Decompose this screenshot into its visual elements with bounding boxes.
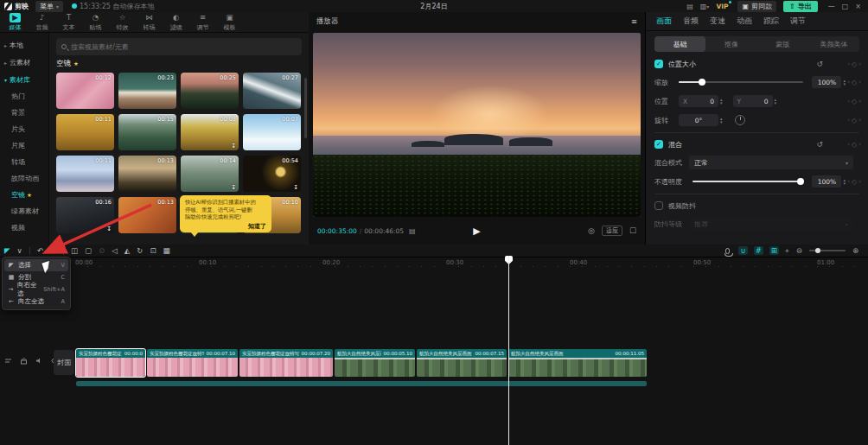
timeline-zoom-in-icon[interactable]: ⊕: [852, 246, 858, 255]
context-menu-item-选择[interactable]: ◤选择V: [4, 259, 68, 271]
export-button[interactable]: ⇧导出: [783, 1, 818, 12]
position-y-field[interactable]: Y0: [733, 95, 773, 107]
mirror-button[interactable]: ◭: [124, 245, 131, 257]
video-preview[interactable]: [313, 33, 641, 217]
checkbox-checked-icon[interactable]: ✓: [654, 60, 663, 68]
inspector-subtab-蒙版[interactable]: 蒙版: [757, 36, 808, 52]
select-tool-dropdown[interactable]: ∨: [17, 245, 22, 257]
sidebar-item-视频[interactable]: 视频: [0, 219, 48, 236]
stepper[interactable]: ▴▾: [843, 178, 846, 186]
rotate-field[interactable]: 0°: [679, 114, 718, 126]
stepper[interactable]: ▴▾: [843, 79, 846, 86]
inspector-tab-动画[interactable]: 动画: [737, 16, 752, 27]
inspector-tab-画面[interactable]: 画面: [656, 16, 672, 27]
timeline-clip[interactable]: 实景拍摄粉色樱花绽放特写00:00:07.10: [147, 349, 238, 377]
preview-axis-toggle[interactable]: ⌖: [785, 246, 789, 256]
got-it-button[interactable]: 知道了: [185, 223, 266, 231]
timeline-clip[interactable]: 航拍大自然绝美风景画面00:00:11.05: [508, 349, 647, 377]
inspector-subtab-基础[interactable]: 基础: [654, 36, 705, 52]
freeze-frame-button[interactable]: ⊙: [99, 245, 105, 257]
library-thumb[interactable]: 00:08↧: [181, 114, 239, 150]
opacity-value[interactable]: 100%: [812, 175, 841, 188]
linkage-toggle[interactable]: ⊞: [769, 246, 779, 255]
timeline-zoom-out-icon[interactable]: ⊖: [796, 246, 802, 255]
download-icon[interactable]: ↧: [231, 143, 236, 149]
scale-slider[interactable]: [679, 81, 803, 83]
scrollbar[interactable]: [304, 78, 307, 138]
cut-same-button[interactable]: ▣剪同款: [737, 1, 776, 12]
collapsed-track[interactable]: [76, 381, 647, 386]
play-button[interactable]: ▶: [473, 226, 480, 237]
sidebar-group-本地[interactable]: ▸本地: [0, 36, 48, 54]
timeline-ruler[interactable]: 00:0000:1000:2000:3000:4000:5001:00: [0, 257, 868, 269]
maximize-button[interactable]: □: [842, 3, 849, 10]
player-menu-icon[interactable]: ≡: [631, 17, 637, 26]
reset-icon[interactable]: ↺: [816, 140, 823, 149]
checkbox-unchecked-icon[interactable]: [654, 201, 663, 210]
magnet-toggle[interactable]: ∪: [738, 246, 747, 255]
ribbon-tab-模板[interactable]: ▣模板: [216, 13, 243, 32]
record-audio-icon[interactable]: [725, 248, 730, 254]
auto-snap-toggle[interactable]: #: [754, 246, 763, 255]
sidebar-item-故障动画[interactable]: 故障动画: [0, 170, 48, 187]
ribbon-tab-滤镜[interactable]: ◐滤镜: [163, 13, 189, 32]
search-input[interactable]: 搜索视频素材/元素: [56, 38, 302, 55]
library-thumb[interactable]: 00:07: [243, 114, 301, 150]
reset-icon[interactable]: ↺: [816, 60, 823, 68]
menu-button[interactable]: 菜单▾: [35, 1, 63, 12]
ribbon-tab-调节[interactable]: ≡调节: [189, 13, 216, 32]
keyframe-controls[interactable]: ‹◇›: [847, 98, 861, 105]
inspector-tab-调节[interactable]: 调节: [790, 16, 806, 27]
timeline-zoom-slider[interactable]: [809, 250, 846, 251]
split-button[interactable]: ◫: [71, 245, 78, 257]
timeline-clip[interactable]: 实景拍摄粉色樱花绽放特写00:00:07.20: [239, 349, 333, 377]
keyframe-controls[interactable]: ‹◇›: [847, 60, 861, 68]
fit-select[interactable]: 适应: [602, 226, 622, 236]
inspector-subtab-美颜美体[interactable]: 美颜美体: [808, 36, 859, 52]
library-thumb[interactable]: 00:13: [118, 156, 176, 192]
library-thumb[interactable]: 00:13: [118, 197, 176, 233]
workspace-icon[interactable]: ▥▾: [700, 3, 710, 10]
playhead-line[interactable]: [508, 256, 509, 445]
library-thumb[interactable]: 00:11: [56, 114, 114, 150]
sidebar-item-片尾[interactable]: 片尾: [0, 137, 48, 154]
close-button[interactable]: ×: [855, 3, 861, 10]
undo-button[interactable]: ↶: [37, 245, 43, 257]
blend-mode-select[interactable]: 正常▾: [689, 156, 853, 169]
keyframe-controls[interactable]: ‹◇›: [847, 79, 861, 86]
download-icon[interactable]: ↧: [106, 226, 112, 232]
stepper[interactable]: ▴▾: [720, 117, 723, 124]
keyframe-controls[interactable]: ‹◇›: [847, 141, 861, 149]
timeline-clip[interactable]: 实景拍摄粉色樱花绽放特写00:00:0: [76, 349, 145, 377]
library-thumb[interactable]: 00:54↧: [243, 156, 301, 192]
position-x-field[interactable]: X0: [679, 95, 718, 107]
checkbox-checked-icon[interactable]: ✓: [654, 140, 663, 149]
ribbon-tab-音频[interactable]: ♪音频: [29, 13, 55, 32]
preview-zoom-icon[interactable]: ◎: [588, 226, 595, 235]
reverse-button[interactable]: ◁: [112, 245, 118, 257]
library-thumb[interactable]: 00:14↧: [181, 156, 239, 192]
stepper[interactable]: ▴▾: [720, 98, 723, 105]
rotate-dial[interactable]: [735, 115, 745, 125]
timeline-clip[interactable]: 航拍大自然绝美风景画面00:00:07.15: [417, 349, 507, 377]
sidebar-item-热门[interactable]: 热门: [0, 88, 48, 105]
ribbon-tab-贴纸[interactable]: ◔贴纸: [82, 13, 109, 32]
inspector-tab-跟踪[interactable]: 跟踪: [763, 16, 779, 27]
layout-icon[interactable]: ▤: [686, 3, 693, 10]
library-thumb[interactable]: 00:15: [118, 114, 176, 150]
quality-icon[interactable]: ▤: [409, 227, 416, 235]
select-tool-button[interactable]: ◤: [4, 245, 10, 257]
delete-button[interactable]: ▢: [85, 245, 92, 257]
crop-button[interactable]: ⊡: [150, 245, 156, 257]
sidebar-item-空镜[interactable]: 空镜★: [0, 187, 48, 203]
inspector-tab-音频[interactable]: 音频: [683, 16, 699, 27]
vip-badge[interactable]: VIP: [716, 3, 731, 10]
sidebar-group-素材库[interactable]: ▾素材库: [0, 71, 48, 88]
ribbon-tab-媒体[interactable]: ▶媒体: [2, 13, 29, 32]
download-icon[interactable]: ↧: [231, 184, 236, 191]
timeline-clip[interactable]: 航拍大自然绝美风景画面00:00:05.10: [335, 349, 415, 377]
sidebar-item-片头[interactable]: 片头: [0, 121, 48, 137]
redo-button[interactable]: ↷: [50, 245, 56, 257]
library-thumb[interactable]: 00:23: [118, 73, 176, 109]
library-thumb[interactable]: 00:12: [56, 73, 114, 109]
